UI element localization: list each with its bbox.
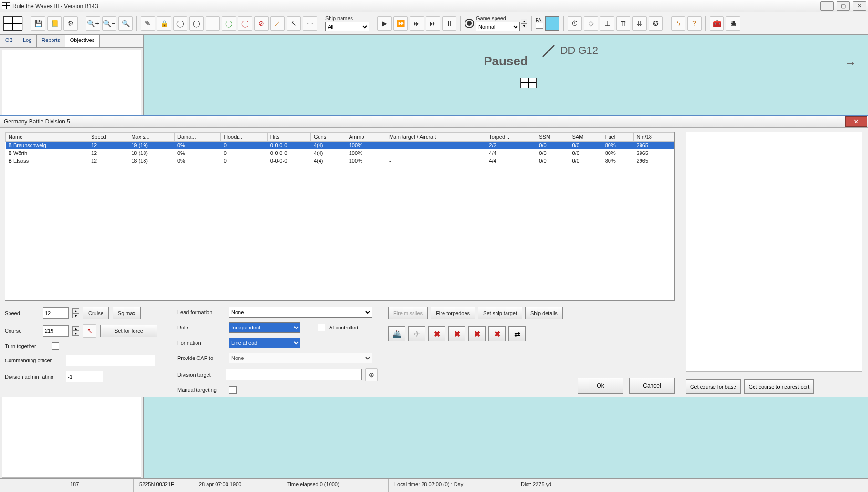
ship-column-header[interactable]: Max s... (128, 133, 175, 142)
formation-select[interactable]: Line ahead (229, 338, 300, 348)
set-ship-target-button[interactable]: Set ship target (478, 307, 522, 319)
zoom-in-icon[interactable]: 🔍+ (86, 16, 100, 31)
target-red2-icon[interactable]: ⊘ (254, 16, 269, 31)
step1-icon[interactable]: ⏩ (393, 16, 408, 31)
pause-icon[interactable]: ⏸ (442, 16, 456, 31)
zoom-reset-icon[interactable]: 🔍 (118, 16, 133, 31)
formation1-icon[interactable]: ⇈ (616, 16, 630, 31)
ship-column-header[interactable]: Hits (267, 133, 310, 142)
ship-column-header[interactable]: Nm/18 (633, 133, 674, 142)
circle2-icon[interactable]: ◯ (189, 16, 204, 31)
line-tool-icon[interactable]: ／ (270, 16, 285, 31)
ship-row[interactable]: B Wörth1218 (18)0%00-0-0-04(4)100%-4/40/… (6, 149, 674, 157)
tools-icon[interactable]: 🧰 (710, 16, 724, 31)
maximize-button[interactable]: ▢ (837, 1, 850, 11)
pointer-icon[interactable]: ↖ (287, 16, 301, 31)
set-for-force-button[interactable]: Set for force (100, 325, 157, 337)
save-icon[interactable]: 💾 (31, 16, 45, 31)
formation2-icon[interactable]: ⇊ (632, 16, 647, 31)
course-spinner[interactable]: ▲▼ (72, 326, 79, 336)
division-target-input[interactable] (226, 369, 361, 380)
gear-icon[interactable]: ✪ (649, 16, 663, 31)
speed-input[interactable] (43, 308, 69, 319)
ai-controlled-checkbox[interactable] (318, 324, 325, 331)
ship-row[interactable]: B Braunschweig1219 (19)0%00-0-0-04(4)100… (6, 142, 674, 150)
ship-column-header[interactable]: Torped... (486, 133, 536, 142)
action-x4-icon[interactable]: ✖ (488, 326, 506, 341)
action-plane-icon[interactable]: ✈ (408, 326, 425, 341)
sqmax-button[interactable]: Sq max (113, 307, 141, 319)
help-icon[interactable]: ? (687, 16, 702, 31)
ship-table[interactable]: NameSpeedMax s...Dama...Floodi...HitsGun… (5, 132, 675, 301)
division-admin-input[interactable] (66, 371, 103, 382)
fa-block[interactable]: FA (536, 18, 543, 29)
division-close-button[interactable]: ✕ (845, 116, 867, 127)
pencil-icon[interactable]: ✎ (141, 16, 155, 31)
ship-column-header[interactable]: SAM (569, 133, 602, 142)
bolt-icon[interactable]: ϟ (671, 16, 685, 31)
settings-icon[interactable]: ⚙ (63, 16, 78, 31)
print-icon[interactable]: 🖶 (726, 16, 740, 31)
course-input[interactable] (43, 325, 69, 337)
step3-icon[interactable]: ⏭ (426, 16, 440, 31)
action-ship-icon[interactable]: 🚢 (388, 326, 405, 341)
map-flag-marker[interactable] (520, 78, 536, 87)
speed-spinner[interactable]: ▲▼ (72, 308, 79, 318)
ship-column-header[interactable]: Guns (310, 133, 346, 142)
turn-together-checkbox[interactable] (52, 342, 59, 350)
action-x3-icon[interactable]: ✖ (468, 326, 486, 341)
more-icon[interactable]: ⋯ (303, 16, 317, 31)
course-pointer-icon[interactable]: ↖ (83, 324, 96, 338)
action-x2-icon[interactable]: ✖ (448, 326, 465, 341)
cancel-button[interactable]: Cancel (629, 378, 675, 394)
lead-formation-select[interactable]: None (229, 307, 372, 318)
tab-reports[interactable]: Reports (36, 35, 65, 47)
lock-icon[interactable]: 🔒 (157, 16, 171, 31)
ship-details-button[interactable]: Ship details (525, 307, 563, 319)
action-x1-icon[interactable]: ✖ (428, 326, 445, 341)
cruise-button[interactable]: Cruise (83, 307, 109, 319)
provide-cap-select[interactable]: None (229, 353, 372, 363)
game-speed-select[interactable]: Normal (476, 22, 520, 31)
circle1-icon[interactable]: ◯ (173, 16, 187, 31)
ship-column-header[interactable]: Ammo (346, 133, 386, 142)
tab-ob[interactable]: OB (0, 35, 18, 47)
weather-tile-icon[interactable] (545, 16, 559, 31)
role-select[interactable]: Independent (229, 322, 300, 333)
ship-column-header[interactable]: Floodi... (220, 133, 267, 142)
division-target-pick-icon[interactable]: ⊕ (365, 368, 378, 381)
manual-targeting-checkbox[interactable] (229, 386, 237, 394)
tab-objectives[interactable]: Objectives (65, 35, 100, 47)
target-green-icon[interactable]: ◯ (222, 16, 236, 31)
ship-column-header[interactable]: Dama... (174, 133, 220, 142)
ok-button[interactable]: Ok (578, 378, 623, 394)
ship-column-header[interactable]: Name (6, 133, 88, 142)
commanding-officer-input[interactable] (66, 355, 155, 366)
target-red-icon[interactable]: ◯ (238, 16, 252, 31)
step2-icon[interactable]: ⏭ (410, 16, 424, 31)
ship-row[interactable]: B Elsass1218 (18)0%00-0-0-04(4)100%-4/40… (6, 157, 674, 164)
diamond-icon[interactable]: ◇ (584, 16, 598, 31)
fire-missiles-button[interactable]: Fire missiles (388, 307, 428, 319)
zoom-out-icon[interactable]: 🔍− (102, 16, 116, 31)
tab-log[interactable]: Log (18, 35, 37, 47)
ship-names-select[interactable]: All (325, 22, 369, 31)
ship-column-header[interactable]: Main target / Aircraft (386, 133, 486, 142)
game-speed-spinner[interactable]: ▲▼ (521, 19, 527, 28)
nation-flag-button[interactable] (3, 16, 23, 31)
timer-icon[interactable]: ⏱ (568, 16, 582, 31)
action-divide-icon[interactable]: ⇄ (508, 326, 526, 341)
get-course-nearest-port-button[interactable]: Get course to nearest port (744, 379, 814, 394)
minimize-button[interactable]: — (820, 1, 834, 11)
get-course-base-button[interactable]: Get course for base (686, 379, 741, 394)
minus-icon[interactable]: — (206, 16, 220, 31)
anchor-icon[interactable]: ⊥ (600, 16, 614, 31)
map-unit-dd-g12[interactable]: DD G12 (542, 44, 598, 58)
ship-column-header[interactable]: Speed (88, 133, 128, 142)
ship-column-header[interactable]: Fuel (602, 133, 633, 142)
ship-column-header[interactable]: SSM (536, 133, 569, 142)
close-button[interactable]: ✕ (853, 1, 866, 11)
fire-torpedoes-button[interactable]: Fire torpedoes (431, 307, 475, 319)
play-icon[interactable]: ▶ (377, 16, 392, 31)
notes-icon[interactable]: 📒 (47, 16, 62, 31)
